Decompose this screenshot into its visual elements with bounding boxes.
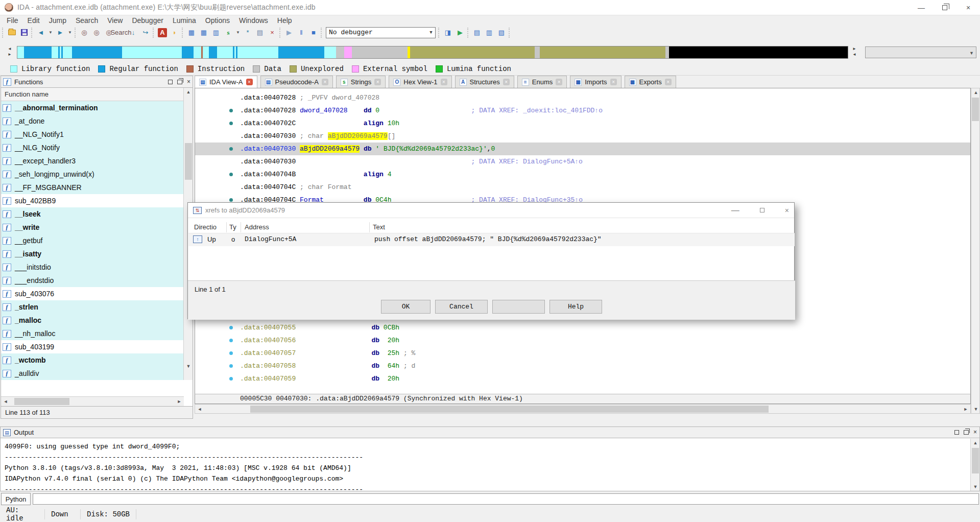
function-row[interactable]: ƒ__isatty	[1, 247, 184, 260]
functions-panel-titlebar[interactable]: ƒ Functions ×	[1, 76, 193, 88]
scrollbar-thumb[interactable]	[972, 448, 979, 473]
scroll-up-icon[interactable]: ▲	[971, 439, 980, 447]
tab-exports[interactable]: ▦Exports×	[625, 76, 676, 88]
scroll-right-icon[interactable]: ►	[961, 405, 970, 413]
menu-file[interactable]: File	[2, 16, 23, 25]
xref-table-row[interactable]: ↑ Up o DialogFunc+5A push offset aBjdDD2…	[188, 233, 795, 246]
search-button[interactable]	[492, 300, 545, 314]
tab-imports[interactable]: ▦Imports×	[570, 76, 621, 88]
undefine-button[interactable]: ×	[267, 27, 278, 38]
function-row[interactable]: ƒ__abnormal_termination	[1, 101, 184, 114]
disassembly-horizontal-scrollbar[interactable]: ◄ ►	[195, 404, 971, 414]
output-vertical-scrollbar[interactable]: ▲ ▼	[970, 439, 979, 491]
tab-enums[interactable]: ≡Enums×	[517, 76, 567, 88]
minimize-button[interactable]: —	[910, 0, 933, 15]
disasm-line[interactable]: .data:00407030 aBjdDD2069a4579 db ' BJD{…	[195, 143, 970, 155]
disasm-line[interactable]: .data:00407030 ; char aBjdDD2069a4579[]	[195, 130, 970, 143]
xrefs-dialog-titlebar[interactable]: ⇅ xrefs to aBjdDD2069a4579 — ×	[188, 203, 794, 218]
scrollbar-thumb[interactable]	[972, 98, 979, 121]
scrollbar-thumb[interactable]	[14, 398, 69, 405]
panel-restore-icon[interactable]	[954, 430, 959, 435]
disasm-line[interactable]: .data:00407028 ; _PVFV dword_407028	[195, 91, 970, 104]
disasm-line[interactable]: .data:0040704C ; char Format	[195, 181, 970, 194]
tab-close-icon[interactable]: ×	[441, 79, 447, 85]
string-type-caret[interactable]: ▼	[235, 27, 241, 38]
menu-debugger[interactable]: Debugger	[127, 16, 168, 25]
analysis-badge-icon[interactable]: A	[158, 28, 167, 37]
band-range-combo[interactable]: ▼	[865, 46, 976, 58]
menu-lumina[interactable]: Lumina	[168, 16, 201, 25]
disasm-line[interactable]: .data:00407058 db 64h ; d	[195, 360, 970, 372]
function-row[interactable]: ƒ__lseek	[1, 207, 184, 221]
panel-restore-icon[interactable]	[168, 80, 173, 84]
debugger-stop-button[interactable]: ■	[308, 27, 319, 38]
tab-close-icon[interactable]: ×	[556, 79, 562, 85]
back-history-caret[interactable]: ▼	[47, 27, 54, 38]
function-row[interactable]: ƒ__NLG_Notify	[1, 141, 184, 154]
menu-windows[interactable]: Windows	[234, 16, 273, 25]
menu-help[interactable]: Help	[273, 16, 297, 25]
help-button[interactable]: Help	[549, 300, 602, 314]
column-text[interactable]: Text	[373, 223, 385, 231]
function-row[interactable]: ƒ_at_done	[1, 114, 184, 128]
band-zoom-out-button[interactable]: ◄	[851, 52, 858, 57]
function-row[interactable]: ƒ_strlen	[1, 300, 184, 314]
tab-close-icon[interactable]: ×	[503, 79, 510, 85]
function-row[interactable]: ƒ___initstdio	[1, 260, 184, 274]
panel-close-icon[interactable]: ×	[973, 430, 977, 435]
menu-view[interactable]: View	[103, 16, 127, 25]
cli-input[interactable]	[33, 493, 979, 505]
column-direction[interactable]: Directio	[194, 223, 217, 231]
menu-options[interactable]: Options	[201, 16, 234, 25]
function-row[interactable]: ƒ_aulldiv	[1, 367, 184, 380]
run-to-cursor-button[interactable]: ▶	[455, 27, 466, 38]
disasm-line[interactable]: .data:0040704B align 4	[195, 168, 970, 181]
dialog-close-icon[interactable]: ×	[785, 206, 789, 215]
band-scroll-left-button[interactable]: ◄	[6, 46, 13, 52]
panel-float-icon[interactable]	[964, 430, 969, 435]
script-command-button[interactable]: ▧	[496, 27, 507, 38]
panel-float-icon[interactable]	[177, 80, 182, 84]
create-array-button[interactable]: ▥	[210, 27, 222, 38]
scroll-down-icon[interactable]: ▼	[971, 483, 980, 491]
scrollbar-thumb[interactable]	[185, 143, 192, 180]
dialog-minimize-icon[interactable]: —	[731, 206, 739, 215]
disasm-line[interactable]: .data:00407030 ; DATA XREF: DialogFunc+5…	[195, 155, 970, 168]
function-row[interactable]: ƒsub_403076	[1, 287, 184, 300]
scroll-up-icon[interactable]: ▲	[971, 88, 980, 97]
menu-edit[interactable]: Edit	[23, 16, 44, 25]
disasm-line[interactable]: .data:00407056 db 20h	[195, 334, 970, 347]
tab-close-icon[interactable]: ×	[610, 79, 617, 85]
debugger-attach-button[interactable]: ◨	[442, 27, 453, 38]
menu-jump[interactable]: Jump	[44, 16, 71, 25]
dialog-maximize-icon[interactable]	[760, 208, 764, 212]
column-type[interactable]: Ty	[229, 223, 236, 231]
scroll-right-icon[interactable]: ►	[175, 397, 184, 406]
scroll-down-icon[interactable]: ▼	[184, 362, 193, 370]
jump-down-button[interactable]: ↓	[128, 27, 139, 38]
function-row[interactable]: ƒ_seh_longjmp_unwind(x)	[1, 168, 184, 181]
tab-structures[interactable]: AStructures×	[455, 76, 514, 88]
navigation-band[interactable]	[17, 46, 848, 59]
disasm-line[interactable]: .data:00407055 db 0CBh	[195, 321, 970, 334]
band-scroll-right-button[interactable]: ►	[6, 52, 13, 57]
function-row[interactable]: ƒ__write	[1, 221, 184, 234]
tab-hex-view-1[interactable]: OHex View-1×	[389, 76, 451, 88]
script-file-button[interactable]: ▤	[471, 27, 483, 38]
disasm-line[interactable]: .data:00407028 dword_407028 dd 0 ; DATA …	[195, 104, 970, 117]
close-button[interactable]: ×	[957, 0, 980, 15]
debugger-pause-button[interactable]: ‖	[296, 27, 307, 38]
jump-name-button[interactable]: ◎	[91, 27, 102, 38]
disasm-line[interactable]: .data:0040702C align 10h	[195, 117, 970, 130]
function-row[interactable]: ƒ_wctomb	[1, 353, 184, 367]
menu-search[interactable]: Search	[71, 16, 103, 25]
lumina-moon-icon[interactable]: ◗	[169, 27, 180, 38]
forward-history-caret[interactable]: ▼	[67, 27, 73, 38]
tab-strings[interactable]: sStrings×	[336, 76, 386, 88]
tab-close-icon[interactable]: ×	[246, 79, 253, 85]
edit-function-button[interactable]: ▤	[254, 27, 266, 38]
cancel-button[interactable]: Cancel	[435, 300, 488, 314]
function-row[interactable]: ƒ___endstdio	[1, 274, 184, 287]
scrollbar-thumb[interactable]	[250, 406, 769, 413]
disassembly-vertical-scrollbar[interactable]: ▲ ▼	[971, 88, 980, 414]
